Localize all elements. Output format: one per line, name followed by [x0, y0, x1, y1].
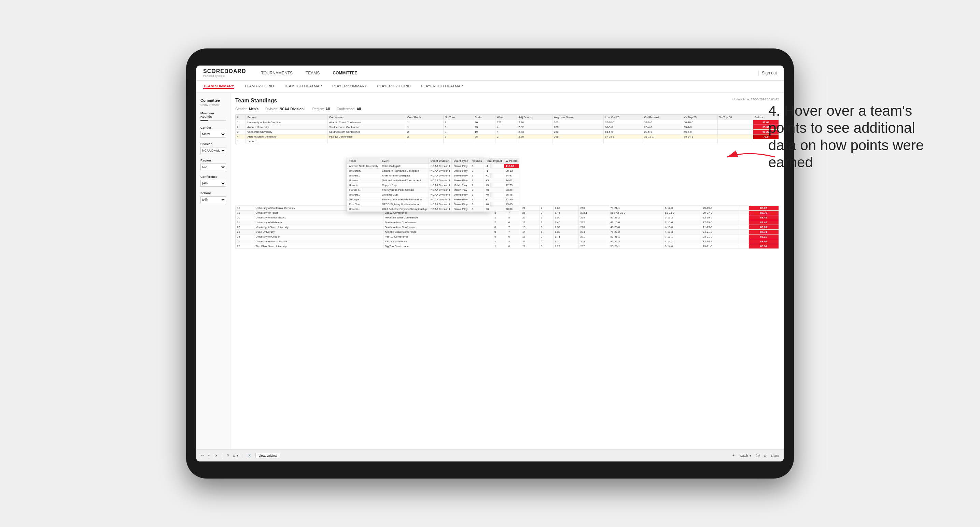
update-time: Update time: 13/03/2024 10:03:42	[732, 98, 779, 101]
col-low-ovl: Low Ovl 25	[603, 115, 643, 120]
region-filter-label: Region:	[312, 107, 324, 111]
annotation-text: 4. Hover over a team's points to see add…	[768, 102, 939, 171]
gender-filter-value: Men's	[249, 107, 258, 111]
tooltip-row: Univers... Williams Cup NCAA Division I …	[347, 192, 519, 197]
tab-team-h2h-grid[interactable]: TEAM H2H GRID	[245, 84, 274, 89]
col-adj-score: Adj Score	[517, 115, 552, 120]
standings-table-lower: 18 University of California, Berkeley Pa…	[235, 205, 779, 249]
annotation-arrow	[721, 147, 782, 168]
tab-player-summary[interactable]: PLAYER SUMMARY	[332, 84, 367, 89]
tablet-screen: SCOREBOARD Powered by clippi TOURNAMENTS…	[196, 65, 784, 462]
report-title: Team Standings	[235, 98, 277, 104]
refresh-button[interactable]: ⟳	[215, 454, 218, 457]
table-row: 2 Auburn University Southeastern Confere…	[235, 125, 779, 130]
conference-select[interactable]: (All)	[200, 180, 226, 187]
tooltip-row: Univers... 2023 Sahalee Players Champion…	[347, 207, 519, 212]
nav-tournaments[interactable]: TOURNAMENTS	[260, 71, 294, 75]
grid-button[interactable]: ⊞	[764, 454, 767, 457]
sub-nav: TEAM SUMMARY TEAM H2H GRID TEAM H2H HEAT…	[196, 81, 784, 93]
tablet-frame: SCOREBOARD Powered by clippi TOURNAMENTS…	[186, 48, 794, 479]
toolbar-right: 👁 Watch ▼ 💬 ⊞ Share	[732, 454, 779, 457]
table-row-highlighted: 4 Arizona State University Pac-12 Confer…	[235, 135, 779, 139]
conference-filter-label: Conference:	[337, 107, 355, 111]
table-row: 22 Mississippi State University Southeas…	[235, 225, 779, 230]
sidebar-label-conference: Conference	[200, 175, 226, 178]
col-vs-top50: Vs Top 50	[718, 115, 753, 120]
sidebar-subtitle: Portal Review	[200, 103, 226, 107]
sidebar-label-division: Division	[200, 142, 226, 146]
comment-button[interactable]: 💬	[756, 454, 760, 457]
app-logo: SCOREBOARD	[203, 68, 246, 75]
col-wins: Wins	[495, 115, 517, 120]
col-bnds: Bnds	[473, 115, 495, 120]
min-rounds-slider[interactable]	[200, 120, 226, 121]
tooltip-col-w-points: W Points	[504, 159, 519, 164]
gender-filter-label: Gender:	[235, 107, 248, 111]
tooltip-row: East Ten... OFCC Fighting Illini Invitat…	[347, 202, 519, 207]
app-logo-sub: Powered by clippi	[203, 75, 246, 78]
tooltip-row: Univers... Amer An Intercollegiate NCAA …	[347, 173, 519, 178]
col-avg-low: Avg Low Score	[552, 115, 603, 120]
tooltip-col-event-div: Event Division	[429, 159, 452, 164]
tooltip-row: Univers... Copper Cup NCAA Division I Ma…	[347, 183, 519, 188]
nav-teams[interactable]: TEAMS	[304, 71, 321, 75]
tooltip-col-team: Team	[347, 159, 380, 164]
table-row: 21 University of Alabama Southeastern Co…	[235, 220, 779, 225]
sidebar-label-school: School	[200, 192, 226, 195]
table-row: 1 University of North Carolina Atlantic …	[235, 120, 779, 125]
clock-button[interactable]: 🕐	[248, 454, 251, 457]
conference-filter-value: All	[356, 107, 361, 111]
bottom-toolbar: ↩ ↪ ⟳ | ⧉ ⊡ ▾ | 🕐 View: Original 👁 Watch…	[196, 449, 784, 462]
school-select[interactable]: (All)	[200, 196, 226, 203]
nav-links: TOURNAMENTS TEAMS COMMITTEE	[260, 71, 758, 75]
tab-player-h2h-grid[interactable]: PLAYER H2H GRID	[377, 84, 411, 89]
region-filter-value: All	[325, 107, 330, 111]
report-header: Team Standings Update time: 13/03/2024 1…	[235, 98, 779, 104]
tab-team-h2h-heatmap[interactable]: TEAM H2H HEATMAP	[284, 84, 322, 89]
redo-button[interactable]: ↪	[208, 454, 211, 457]
filter-row: Gender: Men's Division: NCAA Division I …	[235, 107, 779, 111]
eye-icon: 👁	[732, 454, 735, 457]
col-ovl-record: Ovl Record	[643, 115, 682, 120]
sidebar: Committee Portal Review Minimum Rounds G…	[196, 93, 231, 449]
tooltip-row: Arizona State University Cabo Collegiate…	[347, 164, 519, 168]
col-conf-rank: Conf Rank	[406, 115, 443, 120]
share-button[interactable]: Share	[771, 454, 779, 457]
tab-player-h2h-heatmap[interactable]: PLAYER H2H HEATMAP	[421, 84, 463, 89]
tooltip-col-rounds: Rounds	[470, 159, 484, 164]
main-content: Committee Portal Review Minimum Rounds G…	[196, 93, 784, 449]
tooltip-table: Team Event Event Division Event Type Rou…	[347, 158, 519, 212]
division-filter-label: Division:	[265, 107, 278, 111]
sign-out-link[interactable]: Sign out	[762, 71, 777, 75]
tooltip-overlay: Team Event Event Division Event Type Rou…	[347, 158, 490, 212]
sidebar-label-min-rounds: Minimum Rounds	[200, 112, 226, 118]
tooltip-row: Georgia Ben Hogan Collegiate Invitationa…	[347, 197, 519, 202]
table-row: 24 University of Oregon Pac-12 Conferenc…	[235, 235, 779, 239]
tab-team-summary[interactable]: TEAM SUMMARY	[203, 84, 234, 89]
region-select[interactable]: N/A	[200, 163, 226, 170]
tooltip-col-rank-impact: Rank Impact	[484, 159, 504, 164]
division-select[interactable]: NCAA Division I	[200, 147, 226, 154]
paste-button[interactable]: ⊡ ▾	[233, 454, 238, 457]
gender-select[interactable]: Men's	[200, 131, 226, 138]
col-school: School	[246, 115, 328, 120]
tooltip-col-event-type: Event Type	[452, 159, 470, 164]
division-filter-value: NCAA Division I	[280, 107, 305, 111]
nav-committee[interactable]: COMMITTEE	[331, 71, 358, 75]
view-original-button[interactable]: View: Original	[255, 453, 280, 459]
col-conference: Conference	[328, 115, 406, 120]
copy-button[interactable]: ⧉	[227, 454, 229, 457]
scene: SCOREBOARD Powered by clippi TOURNAMENTS…	[0, 0, 980, 527]
table-row: 26 The Ohio State University Big Ten Con…	[235, 244, 779, 249]
tooltip-col-event: Event	[380, 159, 429, 164]
watch-button[interactable]: Watch ▼	[739, 454, 752, 457]
table-row: 3 Vanderbilt University Southeastern Con…	[235, 130, 779, 135]
report-area: Team Standings Update time: 13/03/2024 1…	[231, 93, 784, 449]
table-row: 5 Texas T...	[235, 139, 779, 144]
table-row: 20 University of New Mexico Mountain Wes…	[235, 215, 779, 220]
table-row: 25 University of North Florida ASUN Conf…	[235, 239, 779, 244]
sidebar-label-region: Region	[200, 159, 226, 162]
sidebar-title: Committee	[200, 98, 226, 103]
table-row: 23 Duke University Atlantic Coast Confer…	[235, 230, 779, 235]
undo-button[interactable]: ↩	[201, 454, 204, 457]
